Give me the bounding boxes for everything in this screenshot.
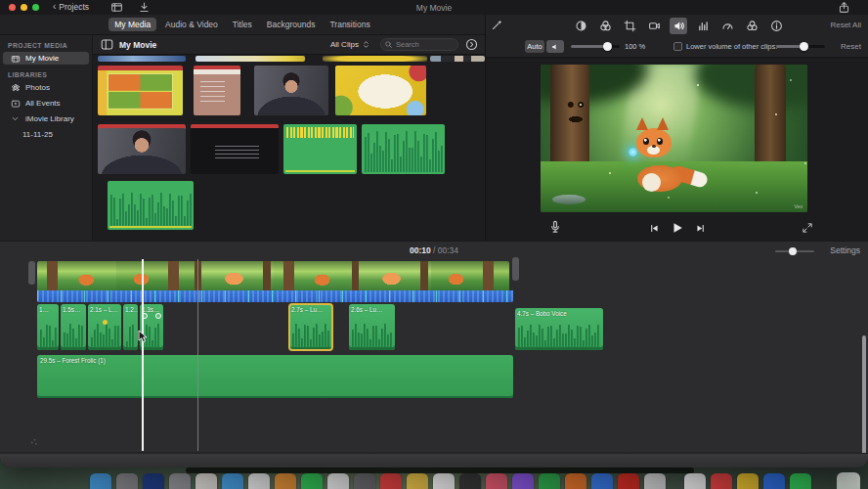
- timeline-settings-button[interactable]: Settings: [830, 245, 860, 255]
- sidebar: PROJECT MEDIA My Movie LIBRARIES Photos …: [0, 35, 93, 241]
- dock-app-icon[interactable]: [169, 473, 191, 489]
- dock-app-icon[interactable]: [763, 473, 785, 489]
- next-frame-button[interactable]: [695, 223, 706, 234]
- dock-app-icon[interactable]: [90, 473, 111, 489]
- sidebar-item-library-date[interactable]: 11-11-25: [3, 128, 89, 141]
- tool-color-correction-icon[interactable]: [596, 18, 614, 34]
- video-clip-filmstrip[interactable]: [37, 261, 509, 290]
- tree-trunk-right: [755, 65, 786, 176]
- volume-slider[interactable]: [571, 45, 620, 48]
- dock-app-icon[interactable]: [380, 473, 402, 489]
- photos-icon: [10, 82, 21, 93]
- dock-app-icon[interactable]: [644, 473, 666, 489]
- tab-audio-video[interactable]: Audio & Video: [159, 18, 224, 31]
- sidebar-item-imovie-library[interactable]: iMovie Library: [3, 112, 89, 125]
- tool-color-balance-icon[interactable]: [572, 18, 589, 34]
- trash-icon[interactable]: [837, 472, 860, 489]
- reset-button[interactable]: Reset: [841, 42, 861, 51]
- sidebar-item-my-movie[interactable]: My Movie: [3, 52, 89, 65]
- playhead[interactable]: [142, 259, 144, 451]
- clip-label: 29.5s – Forest Frolic (1): [37, 355, 513, 364]
- tool-info-icon[interactable]: [767, 18, 785, 34]
- tool-speed-icon[interactable]: [718, 18, 736, 34]
- dock-app-icon[interactable]: [591, 473, 613, 489]
- previous-frame-button[interactable]: [649, 223, 660, 234]
- thumbnail-notes-document-screenshot[interactable]: [194, 66, 240, 115]
- window-bottom-edge: [0, 453, 868, 467]
- dock-app-icon[interactable]: [512, 473, 534, 489]
- audio-clip-4-7s-bobo-voice[interactable]: 4.7s – Bobo Voice: [515, 308, 603, 350]
- left-trim-handle[interactable]: [28, 261, 35, 285]
- tab-titles[interactable]: Titles: [227, 18, 258, 31]
- dock-app-icon[interactable]: [222, 473, 243, 489]
- tab-my-media[interactable]: My Media: [108, 18, 156, 31]
- thumbnail-audio-clip-yellow-wave[interactable]: [283, 124, 357, 174]
- dock-app-icon[interactable]: [248, 473, 270, 489]
- tab-backgrounds[interactable]: Backgrounds: [261, 18, 322, 31]
- dock-app-icon[interactable]: [433, 473, 455, 489]
- dock-app-icon[interactable]: [618, 473, 639, 489]
- audio-clip-1-5s[interactable]: 1.5s…: [61, 304, 86, 350]
- right-trim-handle[interactable]: [512, 257, 519, 281]
- audio-clip-2-6s-lu[interactable]: 2.6s – Lu…: [349, 304, 395, 350]
- thumbnail-audio-clip-bottom-wave[interactable]: [108, 181, 194, 230]
- dock-app-icon[interactable]: [459, 473, 481, 489]
- thumbnail-presenter-video[interactable]: [254, 66, 328, 115]
- filmstrip-frame: [431, 261, 510, 290]
- tool-crop-icon[interactable]: [621, 18, 638, 34]
- thumbnail-terminal-screenshot[interactable]: [191, 124, 279, 174]
- lower-volume-checkbox[interactable]: [673, 42, 682, 51]
- timeline-zoom-slider[interactable]: [775, 250, 814, 252]
- thumbnail-yellow-slide[interactable]: [335, 66, 426, 115]
- audio-clip-2-1s-l[interactable]: 2.1s – L…: [88, 304, 121, 350]
- thumbnail-fox-collage-screenshot[interactable]: [98, 66, 183, 115]
- fade-handle[interactable]: [155, 313, 161, 319]
- enhance-wand-icon[interactable]: [491, 19, 503, 31]
- audio-clip-1-2[interactable]: 1.2…: [123, 304, 138, 350]
- tool-effects-icon[interactable]: [743, 18, 760, 34]
- thumbnail-partial-row: [323, 56, 427, 62]
- reset-all-button[interactable]: Reset All: [830, 21, 861, 29]
- dock-app-icon[interactable]: [684, 473, 706, 489]
- tab-transitions[interactable]: Transitions: [324, 18, 375, 31]
- sidebar-item-all-events[interactable]: All Events: [3, 97, 89, 110]
- timeline-scrollbar[interactable]: [862, 335, 866, 455]
- clip-filter-dropdown[interactable]: All Clips: [330, 40, 370, 49]
- tool-equalizer-icon[interactable]: [694, 18, 712, 34]
- play-button[interactable]: [671, 221, 684, 235]
- fullscreen-icon[interactable]: [802, 222, 813, 234]
- sidebar-item-photos[interactable]: Photos: [3, 81, 89, 94]
- audio-clip-2-7s-lu[interactable]: 2.7s – Lu…: [289, 304, 332, 350]
- dock-app-icon[interactable]: [301, 473, 323, 489]
- audio-clip-1[interactable]: 1…: [37, 304, 59, 350]
- dock-app-icon[interactable]: [116, 473, 138, 489]
- dock-app-icon[interactable]: [711, 473, 732, 489]
- tool-volume-icon[interactable]: [670, 18, 687, 34]
- dock-app-icon[interactable]: [539, 473, 560, 489]
- share-icon[interactable]: [837, 1, 850, 14]
- dock-app-icon[interactable]: [327, 473, 349, 489]
- tool-stabilization-icon[interactable]: [645, 18, 663, 34]
- voiceover-mic-icon[interactable]: [548, 220, 562, 234]
- thumbnail-presenter-video-2[interactable]: [98, 124, 186, 174]
- sidebar-toggle-icon[interactable]: [101, 38, 113, 51]
- auto-volume-button[interactable]: Auto: [525, 40, 544, 53]
- dock-app-icon[interactable]: [354, 473, 375, 489]
- dock-app-icon[interactable]: [737, 473, 759, 489]
- lower-volume-slider[interactable]: [776, 45, 825, 48]
- project-icon: [10, 53, 21, 64]
- sidebar-item-label: All Events: [25, 99, 61, 108]
- dock-app-icon[interactable]: [790, 473, 811, 489]
- background-music-clip[interactable]: 29.5s – Forest Frolic (1): [37, 355, 513, 398]
- dock-app-icon[interactable]: [195, 473, 217, 489]
- dock-app-icon[interactable]: [486, 473, 507, 489]
- dock-app-icon[interactable]: [143, 473, 164, 489]
- thumbnail-audio-clip-tall-wave[interactable]: [362, 124, 445, 174]
- mute-speaker-button[interactable]: [546, 40, 564, 53]
- dock-app-icon[interactable]: [407, 473, 428, 489]
- search-input[interactable]: [380, 38, 458, 51]
- clip-appearance-icon[interactable]: [465, 38, 478, 51]
- video-clip-audio-waveform[interactable]: [37, 290, 513, 302]
- dock-app-icon[interactable]: [565, 473, 586, 489]
- dock-app-icon[interactable]: [275, 473, 296, 489]
